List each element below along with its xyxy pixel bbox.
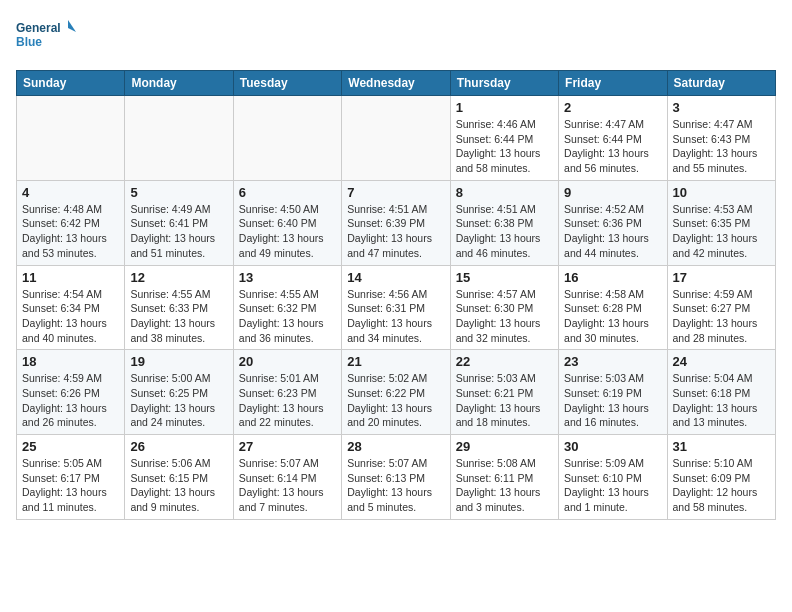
calendar-day-cell: 30Sunrise: 5:09 AM Sunset: 6:10 PM Dayli… (559, 435, 667, 520)
day-number: 13 (239, 270, 336, 285)
day-info: Sunrise: 5:08 AM Sunset: 6:11 PM Dayligh… (456, 456, 553, 515)
calendar-week-row: 4Sunrise: 4:48 AM Sunset: 6:42 PM Daylig… (17, 180, 776, 265)
day-info: Sunrise: 5:00 AM Sunset: 6:25 PM Dayligh… (130, 371, 227, 430)
day-number: 24 (673, 354, 770, 369)
day-info: Sunrise: 4:59 AM Sunset: 6:27 PM Dayligh… (673, 287, 770, 346)
day-number: 12 (130, 270, 227, 285)
day-info: Sunrise: 5:01 AM Sunset: 6:23 PM Dayligh… (239, 371, 336, 430)
day-info: Sunrise: 5:07 AM Sunset: 6:14 PM Dayligh… (239, 456, 336, 515)
calendar-day-cell: 11Sunrise: 4:54 AM Sunset: 6:34 PM Dayli… (17, 265, 125, 350)
day-number: 3 (673, 100, 770, 115)
calendar-day-header: Saturday (667, 71, 775, 96)
day-number: 5 (130, 185, 227, 200)
calendar-day-cell: 27Sunrise: 5:07 AM Sunset: 6:14 PM Dayli… (233, 435, 341, 520)
day-info: Sunrise: 4:50 AM Sunset: 6:40 PM Dayligh… (239, 202, 336, 261)
day-info: Sunrise: 5:02 AM Sunset: 6:22 PM Dayligh… (347, 371, 444, 430)
calendar-week-row: 18Sunrise: 4:59 AM Sunset: 6:26 PM Dayli… (17, 350, 776, 435)
calendar-day-cell: 15Sunrise: 4:57 AM Sunset: 6:30 PM Dayli… (450, 265, 558, 350)
day-info: Sunrise: 4:55 AM Sunset: 6:33 PM Dayligh… (130, 287, 227, 346)
day-number: 30 (564, 439, 661, 454)
day-number: 19 (130, 354, 227, 369)
calendar-day-cell (17, 96, 125, 181)
calendar-day-cell: 7Sunrise: 4:51 AM Sunset: 6:39 PM Daylig… (342, 180, 450, 265)
calendar-day-cell: 3Sunrise: 4:47 AM Sunset: 6:43 PM Daylig… (667, 96, 775, 181)
calendar-day-header: Monday (125, 71, 233, 96)
calendar-week-row: 25Sunrise: 5:05 AM Sunset: 6:17 PM Dayli… (17, 435, 776, 520)
calendar-day-cell (342, 96, 450, 181)
calendar-day-header: Friday (559, 71, 667, 96)
calendar-day-cell: 4Sunrise: 4:48 AM Sunset: 6:42 PM Daylig… (17, 180, 125, 265)
calendar-day-cell: 31Sunrise: 5:10 AM Sunset: 6:09 PM Dayli… (667, 435, 775, 520)
day-info: Sunrise: 4:47 AM Sunset: 6:43 PM Dayligh… (673, 117, 770, 176)
day-info: Sunrise: 4:48 AM Sunset: 6:42 PM Dayligh… (22, 202, 119, 261)
day-info: Sunrise: 4:55 AM Sunset: 6:32 PM Dayligh… (239, 287, 336, 346)
day-info: Sunrise: 5:10 AM Sunset: 6:09 PM Dayligh… (673, 456, 770, 515)
calendar-day-header: Tuesday (233, 71, 341, 96)
day-number: 25 (22, 439, 119, 454)
day-number: 7 (347, 185, 444, 200)
calendar-day-cell: 26Sunrise: 5:06 AM Sunset: 6:15 PM Dayli… (125, 435, 233, 520)
calendar-day-cell: 17Sunrise: 4:59 AM Sunset: 6:27 PM Dayli… (667, 265, 775, 350)
calendar-table: SundayMondayTuesdayWednesdayThursdayFrid… (16, 70, 776, 520)
day-info: Sunrise: 4:47 AM Sunset: 6:44 PM Dayligh… (564, 117, 661, 176)
day-info: Sunrise: 4:52 AM Sunset: 6:36 PM Dayligh… (564, 202, 661, 261)
calendar-day-cell: 19Sunrise: 5:00 AM Sunset: 6:25 PM Dayli… (125, 350, 233, 435)
day-info: Sunrise: 4:53 AM Sunset: 6:35 PM Dayligh… (673, 202, 770, 261)
day-number: 29 (456, 439, 553, 454)
day-number: 4 (22, 185, 119, 200)
day-number: 26 (130, 439, 227, 454)
svg-text:Blue: Blue (16, 35, 42, 49)
svg-text:General: General (16, 21, 61, 35)
day-info: Sunrise: 5:06 AM Sunset: 6:15 PM Dayligh… (130, 456, 227, 515)
day-number: 15 (456, 270, 553, 285)
day-number: 9 (564, 185, 661, 200)
calendar-day-header: Thursday (450, 71, 558, 96)
day-number: 17 (673, 270, 770, 285)
calendar-day-cell: 25Sunrise: 5:05 AM Sunset: 6:17 PM Dayli… (17, 435, 125, 520)
calendar-day-cell: 20Sunrise: 5:01 AM Sunset: 6:23 PM Dayli… (233, 350, 341, 435)
calendar-day-cell: 10Sunrise: 4:53 AM Sunset: 6:35 PM Dayli… (667, 180, 775, 265)
day-info: Sunrise: 4:56 AM Sunset: 6:31 PM Dayligh… (347, 287, 444, 346)
day-info: Sunrise: 4:57 AM Sunset: 6:30 PM Dayligh… (456, 287, 553, 346)
calendar-day-cell: 22Sunrise: 5:03 AM Sunset: 6:21 PM Dayli… (450, 350, 558, 435)
calendar-day-header: Wednesday (342, 71, 450, 96)
calendar-day-cell: 1Sunrise: 4:46 AM Sunset: 6:44 PM Daylig… (450, 96, 558, 181)
calendar-day-cell: 28Sunrise: 5:07 AM Sunset: 6:13 PM Dayli… (342, 435, 450, 520)
day-info: Sunrise: 4:59 AM Sunset: 6:26 PM Dayligh… (22, 371, 119, 430)
calendar-week-row: 11Sunrise: 4:54 AM Sunset: 6:34 PM Dayli… (17, 265, 776, 350)
day-number: 28 (347, 439, 444, 454)
calendar-day-cell: 5Sunrise: 4:49 AM Sunset: 6:41 PM Daylig… (125, 180, 233, 265)
day-number: 22 (456, 354, 553, 369)
day-number: 6 (239, 185, 336, 200)
page-header: General Blue (16, 16, 776, 60)
day-info: Sunrise: 4:51 AM Sunset: 6:38 PM Dayligh… (456, 202, 553, 261)
day-info: Sunrise: 5:07 AM Sunset: 6:13 PM Dayligh… (347, 456, 444, 515)
calendar-day-cell: 2Sunrise: 4:47 AM Sunset: 6:44 PM Daylig… (559, 96, 667, 181)
logo: General Blue (16, 16, 76, 60)
calendar-day-cell: 16Sunrise: 4:58 AM Sunset: 6:28 PM Dayli… (559, 265, 667, 350)
calendar-week-row: 1Sunrise: 4:46 AM Sunset: 6:44 PM Daylig… (17, 96, 776, 181)
day-info: Sunrise: 4:54 AM Sunset: 6:34 PM Dayligh… (22, 287, 119, 346)
day-info: Sunrise: 4:46 AM Sunset: 6:44 PM Dayligh… (456, 117, 553, 176)
calendar-day-cell: 24Sunrise: 5:04 AM Sunset: 6:18 PM Dayli… (667, 350, 775, 435)
calendar-day-cell: 6Sunrise: 4:50 AM Sunset: 6:40 PM Daylig… (233, 180, 341, 265)
calendar-day-cell: 8Sunrise: 4:51 AM Sunset: 6:38 PM Daylig… (450, 180, 558, 265)
generalblue-logo: General Blue (16, 16, 76, 60)
calendar-day-cell: 9Sunrise: 4:52 AM Sunset: 6:36 PM Daylig… (559, 180, 667, 265)
day-info: Sunrise: 4:58 AM Sunset: 6:28 PM Dayligh… (564, 287, 661, 346)
svg-marker-2 (68, 20, 76, 32)
day-number: 2 (564, 100, 661, 115)
day-number: 16 (564, 270, 661, 285)
day-info: Sunrise: 5:03 AM Sunset: 6:19 PM Dayligh… (564, 371, 661, 430)
day-number: 14 (347, 270, 444, 285)
calendar-day-cell: 13Sunrise: 4:55 AM Sunset: 6:32 PM Dayli… (233, 265, 341, 350)
day-info: Sunrise: 5:04 AM Sunset: 6:18 PM Dayligh… (673, 371, 770, 430)
calendar-day-cell: 23Sunrise: 5:03 AM Sunset: 6:19 PM Dayli… (559, 350, 667, 435)
calendar-day-cell: 29Sunrise: 5:08 AM Sunset: 6:11 PM Dayli… (450, 435, 558, 520)
calendar-day-cell (125, 96, 233, 181)
calendar-day-cell: 21Sunrise: 5:02 AM Sunset: 6:22 PM Dayli… (342, 350, 450, 435)
day-info: Sunrise: 5:03 AM Sunset: 6:21 PM Dayligh… (456, 371, 553, 430)
day-number: 8 (456, 185, 553, 200)
calendar-header-row: SundayMondayTuesdayWednesdayThursdayFrid… (17, 71, 776, 96)
day-info: Sunrise: 4:51 AM Sunset: 6:39 PM Dayligh… (347, 202, 444, 261)
